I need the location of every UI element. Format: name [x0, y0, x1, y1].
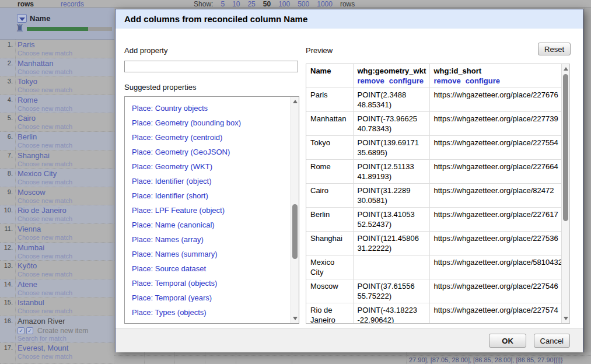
- table-row: 1. ParisChoose new match: [0, 40, 114, 58]
- property-option[interactable]: Place: Names (array): [132, 236, 299, 244]
- choose-new-match-link[interactable]: Choose new match: [18, 86, 113, 94]
- column-divider: [15, 224, 16, 242]
- choose-new-match-link[interactable]: Choose new match: [18, 123, 113, 131]
- property-option[interactable]: Place: Name (canonical): [132, 221, 299, 229]
- search-for-match-link[interactable]: Search for match: [18, 335, 113, 342]
- cell-name: Manhattan: [306, 112, 353, 136]
- cell-link[interactable]: Cairo: [18, 114, 113, 123]
- geojson-cell-fragment: 27.90], [87.05, 28.00], [86.85, 28.00], …: [409, 356, 563, 363]
- column-header-name: Name: [310, 66, 349, 76]
- property-option[interactable]: Place: Geometry (GeoJSON): [132, 148, 299, 156]
- column-title: Name: [30, 14, 50, 23]
- reconcile-facet-icon: ♜: [15, 23, 24, 33]
- property-option[interactable]: Place: Identifier (short): [132, 192, 299, 200]
- property-option[interactable]: Place: Geometry (bounding box): [132, 119, 299, 127]
- preview-scrollbar[interactable]: [561, 64, 569, 323]
- cell-link[interactable]: Moscow: [18, 188, 113, 197]
- cell-link[interactable]: Vienna: [18, 225, 113, 234]
- cancel-button[interactable]: Cancel: [534, 334, 570, 348]
- page-size-500[interactable]: 500: [298, 0, 309, 8]
- column-divider: [15, 40, 16, 58]
- column-menu-button[interactable]: [17, 14, 27, 23]
- property-option[interactable]: Place: Names (summary): [132, 250, 299, 258]
- cell-link[interactable]: Shanghai: [18, 151, 113, 160]
- cell-link[interactable]: Tokyo: [18, 77, 113, 86]
- choose-new-match-link[interactable]: Choose new match: [18, 50, 113, 57]
- scroll-up-icon[interactable]: [293, 100, 298, 103]
- cell-link[interactable]: Everest, Mount: [18, 344, 113, 353]
- preview-header-row: Name whg:geometry_wkt removeconfigure wh…: [306, 64, 562, 88]
- column-divider: [144, 352, 145, 364]
- list-scrollbar[interactable]: [291, 97, 299, 323]
- property-option[interactable]: Place: Source dataset: [132, 265, 299, 273]
- row-number: 4.: [0, 96, 13, 103]
- cell-url: https://whgazetteer.org/place/82472: [429, 184, 562, 208]
- cell-name: Tokyo: [306, 136, 353, 160]
- table-row-unmatched: 16. Amazon River Create new item Search …: [0, 316, 114, 343]
- preview-row: ShanghaiPOINT(121.45806 31.22222)https:/…: [306, 232, 562, 256]
- scroll-up-icon[interactable]: [564, 67, 568, 71]
- page-size-100[interactable]: 100: [278, 0, 290, 8]
- configure-column-link[interactable]: configure: [389, 76, 424, 85]
- configure-column-link[interactable]: configure: [466, 76, 500, 85]
- row-number: 2.: [0, 60, 13, 66]
- add-property-input[interactable]: [124, 61, 298, 72]
- cell-wkt: POINT(-43.18223 -22.90642): [353, 303, 429, 324]
- scrollbar-thumb[interactable]: [563, 74, 568, 221]
- choose-new-match-link[interactable]: Choose new match: [18, 105, 113, 113]
- scrollbar-thumb[interactable]: [292, 204, 298, 259]
- cell-link[interactable]: Rome: [18, 96, 113, 105]
- scroll-down-icon[interactable]: [293, 317, 298, 320]
- property-option[interactable]: Place: Temporal (years): [132, 294, 299, 302]
- remove-column-link[interactable]: remove: [358, 76, 384, 85]
- page-size-1000[interactable]: 1000: [317, 0, 333, 8]
- cell-link[interactable]: Mumbai: [18, 243, 113, 253]
- match-this-cell-icon[interactable]: [18, 327, 25, 334]
- reconcile-progress-fill: [27, 27, 88, 31]
- property-option[interactable]: Place: LPF Feature (object): [132, 206, 299, 215]
- view-mode-rows[interactable]: rows: [18, 0, 34, 8]
- choose-new-match-link[interactable]: Choose new match: [18, 178, 113, 186]
- choose-new-match-link[interactable]: Choose new match: [18, 142, 113, 149]
- row-number: 5.: [0, 114, 13, 121]
- choose-new-match-link[interactable]: Choose new match: [18, 234, 113, 242]
- show-label: Show:: [194, 0, 213, 8]
- cell-link[interactable]: Istanbul: [18, 298, 113, 307]
- choose-new-match-link[interactable]: Choose new match: [18, 271, 113, 278]
- page-size-25[interactable]: 25: [247, 0, 255, 8]
- reset-button[interactable]: Reset: [538, 43, 571, 55]
- ok-button[interactable]: OK: [489, 334, 526, 348]
- property-option[interactable]: Place: Geometry (WKT): [132, 163, 299, 171]
- choose-new-match-link[interactable]: Choose new match: [18, 353, 113, 360]
- property-option[interactable]: Place: Country objects: [132, 104, 299, 113]
- create-new-item-label[interactable]: Create new item: [37, 327, 88, 335]
- choose-new-match-link[interactable]: Choose new match: [18, 253, 113, 260]
- choose-new-match-link[interactable]: Choose new match: [18, 289, 113, 297]
- property-option[interactable]: Place: Identifier (object): [132, 177, 299, 186]
- choose-new-match-link[interactable]: Choose new match: [18, 307, 113, 315]
- remove-column-link[interactable]: remove: [434, 76, 461, 85]
- property-option[interactable]: Place: Temporal (objects): [132, 279, 299, 288]
- page-size-50-active[interactable]: 50: [263, 0, 271, 8]
- choose-new-match-link[interactable]: Choose new match: [18, 215, 113, 223]
- choose-new-match-link[interactable]: Choose new match: [18, 197, 113, 205]
- match-all-cells-icon[interactable]: [26, 327, 33, 334]
- cell-link[interactable]: Paris: [18, 40, 113, 50]
- choose-new-match-link[interactable]: Choose new match: [18, 68, 113, 76]
- page-size-5[interactable]: 5: [221, 0, 225, 8]
- cell-link[interactable]: Atene: [18, 280, 113, 289]
- cell-link[interactable]: Mexico City: [18, 169, 113, 178]
- property-option[interactable]: Place: Types (objects): [132, 309, 299, 317]
- column-divider: [15, 298, 16, 316]
- view-mode-records[interactable]: records: [61, 0, 84, 8]
- column-divider: [15, 243, 16, 261]
- page-size-10[interactable]: 10: [232, 0, 240, 8]
- cell-link[interactable]: Manhattan: [18, 59, 113, 68]
- cell-link[interactable]: Berlin: [18, 132, 113, 142]
- cell-link[interactable]: Rio de Janeiro: [18, 206, 113, 215]
- scroll-down-icon[interactable]: [564, 317, 568, 320]
- choose-new-match-link[interactable]: Choose new match: [18, 160, 113, 168]
- cell-link[interactable]: Kyōto: [18, 261, 113, 271]
- property-option[interactable]: Place: Geometry (centroid): [132, 134, 299, 142]
- column-divider: [15, 113, 16, 131]
